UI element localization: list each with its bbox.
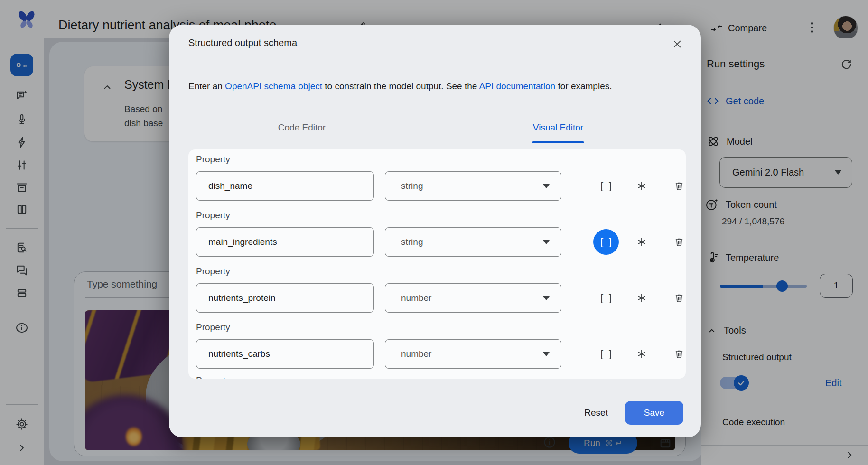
dialog-save-button[interactable]: Save bbox=[625, 401, 683, 425]
property-label: Property bbox=[196, 322, 230, 333]
property-label: Property bbox=[196, 210, 230, 221]
chevron-down-icon bbox=[543, 352, 550, 356]
array-brackets-button[interactable]: [] bbox=[593, 173, 619, 199]
delete-trash-icon[interactable] bbox=[666, 341, 686, 367]
property-row: dish_name string [] bbox=[188, 171, 686, 201]
chevron-down-icon bbox=[543, 184, 550, 188]
tab-code-editor[interactable]: Code Editor bbox=[254, 122, 349, 133]
dialog-description: Enter an OpenAPI schema object to constr… bbox=[188, 81, 612, 92]
delete-trash-icon[interactable] bbox=[666, 285, 686, 311]
required-asterisk-button[interactable] bbox=[629, 285, 654, 311]
active-tab-indicator bbox=[532, 141, 584, 143]
chevron-down-icon bbox=[543, 240, 550, 244]
divider bbox=[169, 62, 701, 62]
dialog-title: Structured output schema bbox=[188, 37, 297, 48]
property-name-input[interactable]: dish_name bbox=[196, 171, 374, 201]
property-type-select[interactable]: number bbox=[385, 339, 561, 369]
array-brackets-button[interactable]: [] bbox=[593, 341, 619, 367]
chevron-down-icon bbox=[543, 296, 550, 300]
array-brackets-button[interactable]: [] bbox=[593, 285, 619, 311]
structured-output-schema-dialog: Structured output schema Enter an OpenAP… bbox=[169, 25, 701, 437]
property-row: main_ingredients string [] bbox=[188, 227, 686, 257]
property-label: Property bbox=[196, 154, 230, 165]
property-type-select[interactable]: number bbox=[385, 283, 561, 313]
property-name-input[interactable]: nutrients_protein bbox=[196, 283, 374, 313]
property-name-input[interactable]: nutrients_carbs bbox=[196, 339, 374, 369]
required-asterisk-button[interactable] bbox=[629, 173, 654, 199]
required-asterisk-button[interactable] bbox=[629, 341, 654, 367]
required-asterisk-button[interactable] bbox=[629, 229, 654, 255]
property-type-select[interactable]: string bbox=[385, 227, 561, 257]
visual-editor-panel: Property dish_name string [] bbox=[188, 149, 686, 379]
property-type-select[interactable]: string bbox=[385, 171, 561, 201]
property-label: Property bbox=[196, 266, 230, 277]
array-brackets-button-active[interactable]: [] bbox=[593, 229, 619, 255]
delete-trash-icon[interactable] bbox=[666, 229, 686, 255]
property-name-input[interactable]: main_ingredients bbox=[196, 227, 374, 257]
property-row: nutrients_carbs number [] bbox=[188, 339, 686, 369]
close-icon[interactable] bbox=[669, 36, 686, 53]
property-label: Property bbox=[196, 375, 230, 379]
reset-button[interactable]: Reset bbox=[570, 401, 622, 425]
api-documentation-link[interactable]: API documentation bbox=[479, 81, 556, 91]
tab-visual-editor[interactable]: Visual Editor bbox=[511, 122, 606, 133]
delete-trash-icon[interactable] bbox=[666, 173, 686, 199]
openapi-schema-link[interactable]: OpenAPI schema object bbox=[225, 81, 322, 91]
property-row: nutrients_protein number [] bbox=[188, 283, 686, 313]
